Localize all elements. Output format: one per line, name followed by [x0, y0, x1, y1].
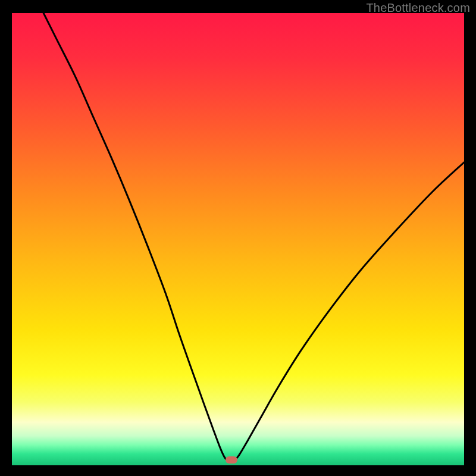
watermark-text: TheBottleneck.com	[366, 1, 470, 15]
gradient-background	[12, 13, 464, 465]
plot-svg	[12, 13, 464, 465]
chart-stage: TheBottleneck.com	[0, 0, 476, 476]
plot-area	[12, 13, 464, 465]
optimal-point-marker	[226, 456, 237, 464]
